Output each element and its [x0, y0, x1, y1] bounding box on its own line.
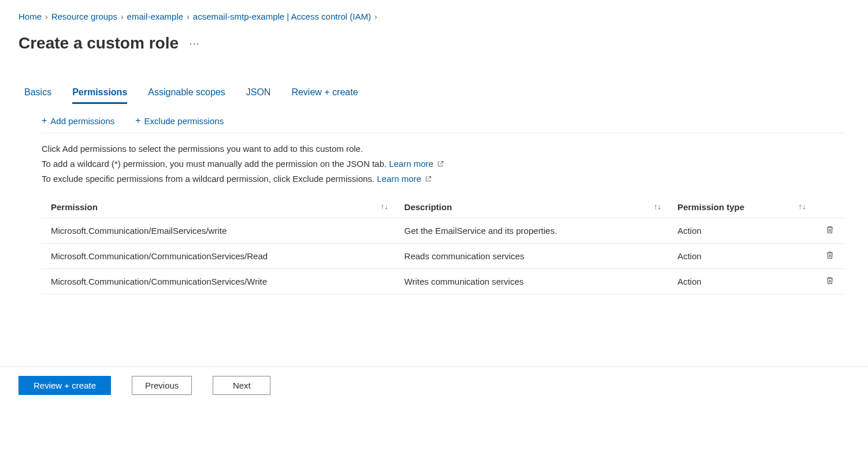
tab-review-create[interactable]: Review + create	[291, 87, 358, 104]
tab-permissions[interactable]: Permissions	[72, 87, 127, 104]
cell-permission: Microsoft.Communication/CommunicationSer…	[42, 243, 395, 268]
tab-assignable-scopes[interactable]: Assignable scopes	[148, 87, 225, 104]
chevron-right-icon: ›	[187, 12, 190, 21]
col-header-description[interactable]: Description ↑↓	[395, 196, 669, 218]
info-line-3: To exclude specific permissions from a w…	[42, 174, 377, 184]
breadcrumb-item-access-control[interactable]: acsemail-smtp-example | Access control (…	[193, 12, 371, 21]
chevron-right-icon: ›	[121, 12, 124, 21]
table-row: Microsoft.Communication/EmailServices/wr…	[42, 218, 845, 243]
exclude-permissions-button[interactable]: + Exclude permissions	[135, 115, 224, 126]
plus-icon: +	[42, 115, 47, 126]
delete-row-button[interactable]	[813, 218, 845, 243]
breadcrumb-item-email-example[interactable]: email-example	[127, 12, 184, 21]
sort-icon[interactable]: ↑↓	[654, 202, 661, 211]
page-title: Create a custom role	[18, 34, 179, 53]
permissions-table: Permission ↑↓ Description ↑↓ Permission …	[42, 196, 845, 294]
chevron-right-icon: ›	[45, 12, 48, 21]
external-link-icon	[425, 172, 432, 187]
info-line-2: To add a wildcard (*) permission, you mu…	[42, 159, 389, 169]
col-header-permission[interactable]: Permission ↑↓	[42, 196, 395, 218]
learn-more-link-wildcard[interactable]: Learn more	[389, 159, 444, 169]
more-actions-button[interactable]: ⋯	[189, 37, 200, 50]
breadcrumb-item-resource-groups[interactable]: Resource groups	[51, 12, 117, 21]
tabs: Basics Permissions Assignable scopes JSO…	[24, 87, 850, 104]
external-link-icon	[437, 157, 444, 172]
chevron-right-icon: ›	[374, 12, 377, 21]
breadcrumb: Home › Resource groups › email-example ›…	[18, 12, 850, 21]
trash-icon	[825, 252, 834, 262]
cell-permission: Microsoft.Communication/EmailServices/wr…	[42, 218, 395, 243]
sort-icon[interactable]: ↑↓	[798, 202, 806, 211]
plus-icon: +	[135, 115, 140, 126]
delete-row-button[interactable]	[813, 268, 845, 294]
cell-description: Get the EmailService and its properties.	[395, 218, 669, 243]
trash-icon	[825, 226, 834, 236]
info-line-1: Click Add permissions to select the perm…	[42, 144, 363, 154]
tab-basics[interactable]: Basics	[24, 87, 51, 104]
add-permissions-label: Add permissions	[50, 116, 114, 126]
cell-permission-type: Action	[668, 218, 813, 243]
col-header-permission-type[interactable]: Permission type ↑↓	[668, 196, 813, 218]
tab-json[interactable]: JSON	[246, 87, 271, 104]
cell-description: Reads communication services	[395, 243, 669, 268]
delete-row-button[interactable]	[813, 243, 845, 268]
table-row: Microsoft.Communication/CommunicationSer…	[42, 243, 845, 268]
cell-permission-type: Action	[668, 268, 813, 294]
learn-more-link-exclude[interactable]: Learn more	[377, 174, 432, 184]
review-create-button[interactable]: Review + create	[18, 376, 111, 395]
trash-icon	[825, 277, 834, 287]
info-text: Click Add permissions to select the perm…	[42, 141, 845, 187]
cell-permission: Microsoft.Communication/CommunicationSer…	[42, 268, 395, 294]
cell-permission-type: Action	[668, 243, 813, 268]
cell-description: Writes communication services	[395, 268, 669, 294]
sort-icon[interactable]: ↑↓	[381, 202, 388, 211]
breadcrumb-item-home[interactable]: Home	[18, 12, 42, 21]
next-button[interactable]: Next	[213, 376, 270, 395]
previous-button[interactable]: Previous	[132, 376, 192, 395]
add-permissions-button[interactable]: + Add permissions	[42, 115, 114, 126]
exclude-permissions-label: Exclude permissions	[144, 116, 224, 126]
table-row: Microsoft.Communication/CommunicationSer…	[42, 268, 845, 294]
wizard-footer: Review + create Previous Next	[0, 366, 868, 404]
